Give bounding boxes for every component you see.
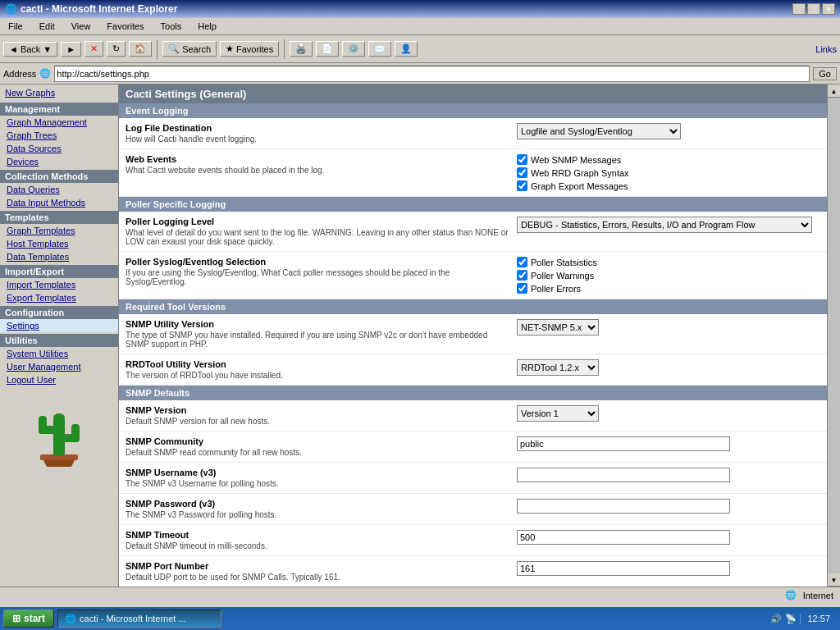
row-log-file-destination: Log File Destination How will Cacti hand… bbox=[119, 118, 827, 149]
input-snmp-port[interactable] bbox=[517, 561, 730, 576]
maximize-button[interactable]: □ bbox=[807, 3, 820, 15]
section-event-logging: Event Logging bbox=[119, 103, 827, 118]
desc-snmp-utility: The type of SNMP you have installed. Req… bbox=[126, 331, 510, 349]
sidebar-item-settings[interactable]: Settings bbox=[0, 319, 118, 332]
select-snmp-version[interactable]: Version 1 Version 2 Version 3 bbox=[517, 405, 599, 422]
sidebar-item-graph-trees[interactable]: Graph Trees bbox=[0, 129, 118, 142]
row-snmp-password: SNMP Password (v3) The SNMP v3 Password … bbox=[119, 494, 827, 525]
checkbox-poller-stats[interactable] bbox=[517, 257, 527, 267]
checkbox-row-web-snmp: Web SNMP Messages bbox=[517, 154, 820, 165]
sidebar-item-data-input-methods[interactable]: Data Input Methods bbox=[0, 196, 118, 209]
menu-help[interactable]: Help bbox=[193, 20, 221, 33]
row-snmp-community: SNMP Community Default SNMP read communi… bbox=[119, 431, 827, 463]
tools-button[interactable]: ⚙️ bbox=[342, 41, 365, 57]
vertical-scrollbar[interactable]: ▲ ▼ bbox=[827, 84, 840, 587]
stop-icon: ✕ bbox=[90, 43, 98, 54]
checkbox-graph-export[interactable] bbox=[517, 180, 527, 191]
checkbox-web-rrd[interactable] bbox=[517, 167, 527, 178]
menu-favorites[interactable]: Favorites bbox=[102, 20, 148, 33]
sidebar-item-user-management[interactable]: User Management bbox=[0, 360, 118, 373]
sidebar-item-data-sources[interactable]: Data Sources bbox=[0, 142, 118, 155]
window-controls: _ □ × bbox=[792, 3, 835, 15]
label-snmp-timeout: SNMP Timeout bbox=[126, 530, 510, 540]
address-input[interactable] bbox=[54, 66, 810, 82]
input-snmp-community[interactable] bbox=[517, 436, 730, 451]
toolbar-sep-1 bbox=[157, 39, 158, 59]
back-label: Back bbox=[21, 44, 40, 54]
label-snmp-utility: SNMP Utility Version bbox=[126, 319, 510, 329]
edit-button[interactable]: 📄 bbox=[316, 41, 339, 57]
checkbox-poller-errors[interactable] bbox=[517, 283, 527, 294]
input-snmp-password[interactable] bbox=[517, 499, 730, 514]
label-rrdtool: RRDTool Utility Version bbox=[126, 359, 510, 369]
menu-view[interactable]: View bbox=[66, 20, 96, 33]
close-button[interactable]: × bbox=[822, 3, 835, 15]
toolbar-sep-2 bbox=[284, 39, 285, 59]
messenger-button[interactable]: 👤 bbox=[395, 41, 418, 57]
print-button[interactable]: 🖨️ bbox=[290, 41, 313, 57]
sidebar-item-graph-management[interactable]: Graph Management bbox=[0, 116, 118, 129]
home-button[interactable]: 🏠 bbox=[129, 41, 152, 57]
desc-web-events: What Cacti website events should be plac… bbox=[126, 166, 510, 175]
menu-edit[interactable]: Edit bbox=[34, 20, 60, 33]
sidebar-header-templates: Templates bbox=[0, 211, 118, 224]
input-snmp-username[interactable] bbox=[517, 468, 730, 482]
sidebar-item-data-queries[interactable]: Data Queries bbox=[0, 183, 118, 196]
sidebar-item-system-utilities[interactable]: System Utilities bbox=[0, 347, 118, 360]
favorites-button[interactable]: ★ Favorites bbox=[220, 41, 279, 57]
row-rrdtool: RRDTool Utility Version The version of R… bbox=[119, 354, 827, 386]
checkbox-row-graph-export: Graph Export Messages bbox=[517, 180, 820, 191]
stop-button[interactable]: ✕ bbox=[84, 41, 103, 57]
sidebar-item-new-graphs[interactable]: New Graphs bbox=[0, 86, 118, 99]
minimize-button[interactable]: _ bbox=[792, 3, 806, 15]
label-graph-export: Graph Export Messages bbox=[531, 181, 628, 191]
checkbox-web-snmp[interactable] bbox=[517, 154, 527, 165]
titlebar: 🌐 cacti - Microsoft Internet Explorer _ … bbox=[0, 0, 840, 18]
sidebar-item-logout-user[interactable]: Logout User bbox=[0, 373, 118, 386]
label-snmp-community: SNMP Community bbox=[126, 436, 510, 446]
desc-snmp-community: Default SNMP read community for all new … bbox=[126, 448, 510, 457]
menu-file[interactable]: File bbox=[3, 20, 28, 33]
svg-rect-2 bbox=[53, 418, 65, 456]
scroll-track[interactable] bbox=[828, 98, 841, 573]
sidebar-item-data-templates[interactable]: Data Templates bbox=[0, 250, 118, 263]
input-snmp-timeout[interactable] bbox=[517, 530, 730, 545]
sidebar-header-management: Management bbox=[0, 103, 118, 116]
sidebar-item-graph-templates[interactable]: Graph Templates bbox=[0, 224, 118, 237]
sidebar-item-host-templates[interactable]: Host Templates bbox=[0, 237, 118, 250]
search-button[interactable]: 🔍 Search bbox=[162, 41, 217, 57]
scroll-up-button[interactable]: ▲ bbox=[828, 84, 841, 98]
sidebar-header-configuration: Configuration bbox=[0, 306, 118, 319]
forward-button[interactable]: ► bbox=[61, 42, 81, 57]
sidebar-item-import-templates[interactable]: Import Templates bbox=[0, 278, 118, 291]
select-snmp-utility[interactable]: NET-SNMP 5.x NET-SNMP 4.x ucd-snmp 3.6 bbox=[517, 319, 599, 336]
select-rrdtool[interactable]: RRDTool 1.2.x RRDTool 1.0.x bbox=[517, 359, 599, 376]
back-button[interactable]: ◄ Back ▼ bbox=[3, 42, 57, 57]
label-poller-stats: Poller Statsistics bbox=[531, 258, 597, 267]
desc-poller-syslog: If you are using the Syslog/Eventlog, Wh… bbox=[126, 268, 510, 286]
refresh-icon: ↻ bbox=[112, 43, 120, 54]
select-log-file-destination[interactable]: Logfile and Syslog/Eventlog Logfile Sysl… bbox=[517, 123, 681, 139]
row-snmp-username: SNMP Username (v3) The SNMP v3 Username … bbox=[119, 463, 827, 494]
checkbox-poller-warnings[interactable] bbox=[517, 270, 527, 281]
menu-tools[interactable]: Tools bbox=[156, 20, 187, 33]
mail-button[interactable]: ✉️ bbox=[368, 41, 391, 57]
label-poller-logging-level: Poller Logging Level bbox=[126, 217, 510, 226]
section-snmp-defaults: SNMP Defaults bbox=[119, 386, 827, 400]
row-snmp-timeout: SNMP Timeout Default SNMP timeout in mil… bbox=[119, 525, 827, 556]
row-snmp-port: SNMP Port Number Default UDP port to be … bbox=[119, 556, 827, 587]
select-poller-logging-level[interactable]: DEBUG - Statistics, Errors, Results, I/O… bbox=[517, 217, 812, 233]
cactus-logo bbox=[30, 393, 88, 467]
refresh-button[interactable]: ↻ bbox=[107, 41, 126, 57]
star-icon: ★ bbox=[226, 43, 234, 54]
scroll-down-button[interactable]: ▼ bbox=[828, 573, 841, 587]
label-poller-errors: Poller Errors bbox=[531, 284, 581, 294]
toolbar: ◄ Back ▼ ► ✕ ↻ 🏠 🔍 Search ★ Favorites 🖨️… bbox=[0, 35, 840, 63]
section-poller-logging: Poller Specific Logging bbox=[119, 197, 827, 212]
svg-rect-4 bbox=[39, 416, 47, 434]
desc-snmp-version: Default SNMP version for all new hosts. bbox=[126, 417, 510, 426]
go-button[interactable]: Go bbox=[813, 67, 837, 80]
sidebar-header-utilities: Utilities bbox=[0, 334, 118, 347]
sidebar-item-export-templates[interactable]: Export Templates bbox=[0, 291, 118, 304]
sidebar-item-devices[interactable]: Devices bbox=[0, 155, 118, 168]
